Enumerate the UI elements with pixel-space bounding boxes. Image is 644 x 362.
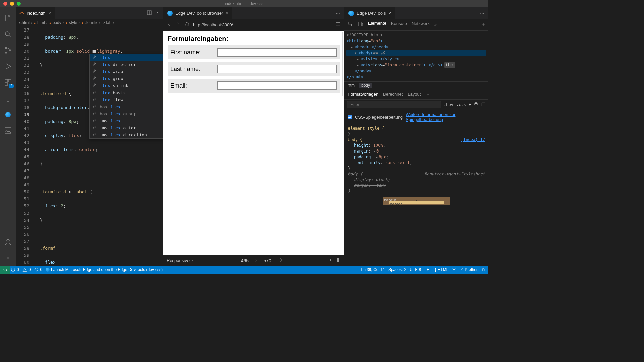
css-mirror-checkbox[interactable]: [348, 115, 352, 119]
autocomplete-item[interactable]: -ms-flex-direction: [90, 131, 163, 138]
ua-stylesheet-label: Benutzer-Agent-Stylesheet: [424, 171, 485, 177]
status-lncol[interactable]: Ln 39, Col 11: [361, 267, 385, 272]
viewport-width-input[interactable]: [238, 258, 251, 263]
extensions-icon[interactable]: 2: [0, 74, 16, 90]
source-control-icon[interactable]: [0, 42, 16, 58]
contrast-icon[interactable]: [481, 102, 486, 108]
devtools-tab[interactable]: Edge DevTools ×: [344, 7, 395, 19]
status-encoding[interactable]: UTF-8: [410, 267, 421, 272]
activity-bar: 2: [0, 7, 16, 266]
autocomplete-item[interactable]: flex-flow: [90, 96, 163, 103]
flex-badge[interactable]: flex: [444, 62, 455, 68]
status-launch-edge[interactable]: Launch Microsoft Edge and open the Edge …: [46, 267, 163, 272]
close-devtools-tab-icon[interactable]: ×: [388, 11, 391, 16]
svg-point-22: [35, 268, 38, 271]
tab-netzwerk[interactable]: Netzwerk: [412, 21, 430, 28]
back-icon[interactable]: [167, 22, 172, 28]
preview-viewport: Formulareingaben: First name: Last name:…: [163, 31, 344, 255]
autocomplete-item[interactable]: flex-direction: [90, 61, 163, 68]
tab-layout[interactable]: Layout: [408, 92, 421, 99]
styles-filter-input[interactable]: [347, 101, 441, 108]
edge-tools-icon[interactable]: [0, 107, 16, 123]
tab-formatvorlagen[interactable]: Formatvorlagen: [348, 92, 378, 99]
settings-gear-icon[interactable]: [0, 250, 16, 266]
more-tabs-icon[interactable]: »: [434, 22, 437, 27]
rotate-icon[interactable]: [277, 257, 283, 264]
autocomplete-item[interactable]: box-flex: [90, 103, 163, 110]
eyedropper-icon[interactable]: [327, 257, 332, 264]
print-icon[interactable]: [474, 102, 478, 108]
autocomplete-popup[interactable]: flexflex-directionflex-wrapflex-growflex…: [89, 54, 163, 139]
autocomplete-item[interactable]: flex-grow: [90, 75, 163, 82]
accounts-icon[interactable]: [0, 234, 16, 250]
tab-konsole[interactable]: Konsole: [391, 21, 407, 28]
url-bar[interactable]: http://localhost:3000/: [193, 22, 332, 27]
status-ports[interactable]: 0: [34, 267, 42, 272]
maximize-window-button[interactable]: [17, 2, 21, 6]
browser-more-icon[interactable]: ⋯: [336, 11, 344, 16]
autocomplete-item[interactable]: flex: [90, 54, 163, 61]
code-area[interactable]: padding: 8px; border: 1px solid lightgra…: [35, 26, 163, 266]
autocomplete-item[interactable]: flex-shrink: [90, 82, 163, 89]
dom-body-selected[interactable]: ⋯▾<body> == $0: [346, 50, 486, 56]
dom-crumb-html[interactable]: html: [348, 83, 356, 88]
tab-berechnet[interactable]: Berechnet: [383, 92, 403, 99]
dom-tree[interactable]: <!DOCTYPE html> <html lang="en"> ▸<head>…: [344, 31, 488, 81]
breadcrumb[interactable]: x.html› ⬥html› ⬥body› ⬥style› ⬥.formfiel…: [16, 19, 163, 26]
status-go-live[interactable]: [452, 267, 457, 272]
status-prettier[interactable]: ✓ Prettier: [460, 267, 478, 272]
minimize-window-button[interactable]: [10, 2, 14, 6]
close-tab-icon[interactable]: ×: [48, 11, 51, 16]
hov-button[interactable]: :hov: [444, 102, 453, 107]
status-eol[interactable]: LF: [424, 267, 429, 272]
autocomplete-item[interactable]: box-flex-group: [90, 110, 163, 117]
status-errors[interactable]: 0: [11, 267, 19, 272]
status-warnings[interactable]: 0: [22, 267, 31, 272]
run-debug-icon[interactable]: [0, 58, 16, 74]
explorer-icon[interactable]: [0, 10, 16, 26]
browser-tab[interactable]: Edge DevTools: Browser ×: [163, 7, 232, 19]
split-editor-icon[interactable]: [147, 10, 152, 16]
screencast-icon[interactable]: [335, 22, 341, 28]
autocomplete-item[interactable]: -ms-flex: [90, 117, 163, 124]
viewport-height-input[interactable]: [261, 258, 274, 263]
rule-element-style[interactable]: element.style {: [348, 126, 384, 131]
cls-button[interactable]: .cls: [456, 102, 466, 107]
reload-icon[interactable]: [184, 22, 190, 28]
close-window-button[interactable]: [3, 2, 7, 6]
remote-indicator[interactable]: [0, 266, 10, 274]
css-mirror-link[interactable]: Weitere Informationen zur Spiegelbearbei…: [406, 112, 485, 122]
more-actions-icon[interactable]: ⋯: [155, 10, 160, 16]
inspect-icon[interactable]: [348, 21, 353, 28]
input-first-name[interactable]: [217, 48, 337, 57]
search-icon[interactable]: [0, 26, 16, 42]
status-spaces[interactable]: Spaces: 2: [388, 267, 406, 272]
tab-elemente[interactable]: Elemente: [368, 21, 386, 28]
autocomplete-item[interactable]: -ms-flex-align: [90, 124, 163, 131]
new-rule-icon[interactable]: +: [469, 102, 471, 107]
image-icon[interactable]: [0, 123, 16, 139]
rule-body[interactable]: body {: [348, 137, 362, 142]
editor-tab-index-html[interactable]: <> index.html ×: [16, 7, 55, 19]
vision-icon[interactable]: [335, 257, 341, 264]
autocomplete-item[interactable]: flex-basis: [90, 89, 163, 96]
forward-icon[interactable]: [175, 22, 181, 28]
remote-explorer-icon[interactable]: [0, 90, 16, 107]
dom-breadcrumb[interactable]: html body: [344, 81, 488, 89]
status-lang[interactable]: { } HTML: [432, 267, 448, 272]
device-icon[interactable]: [358, 21, 363, 28]
devtools-more-icon[interactable]: ⋯: [480, 11, 488, 16]
input-email[interactable]: [217, 81, 337, 90]
add-tab-icon[interactable]: +: [481, 21, 485, 28]
dom-crumb-body[interactable]: body: [359, 83, 372, 88]
rule-body-ua: body {: [348, 172, 362, 176]
code-editor[interactable]: 2728293031323334353637383940414243444546…: [16, 26, 163, 266]
more-styles-tabs-icon[interactable]: »: [427, 92, 429, 99]
status-bell-icon[interactable]: [481, 267, 486, 272]
styles-body[interactable]: element.style { } (Index):17 body { heig…: [344, 124, 488, 266]
input-last-name[interactable]: [217, 65, 337, 73]
responsive-label[interactable]: Responsive: [167, 258, 194, 263]
close-browser-tab-icon[interactable]: ×: [226, 11, 228, 16]
rule-source-link[interactable]: (Index):17: [461, 137, 485, 143]
autocomplete-item[interactable]: flex-wrap: [90, 68, 163, 75]
